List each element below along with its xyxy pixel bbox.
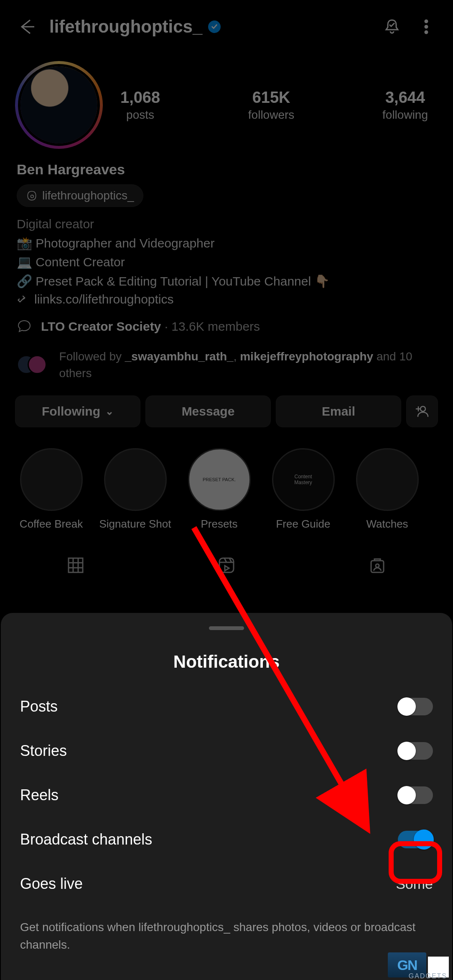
- notifications-sheet: Notifications Posts Stories Reels Broadc…: [1, 613, 452, 980]
- toggle-stories[interactable]: [398, 742, 433, 760]
- option-posts-label: Posts: [20, 698, 58, 715]
- option-reels[interactable]: Reels: [1, 773, 452, 817]
- option-reels-label: Reels: [20, 786, 59, 804]
- option-goes-live-label: Goes live: [20, 875, 83, 893]
- option-stories-label: Stories: [20, 742, 67, 760]
- option-broadcast-channels[interactable]: Broadcast channels: [1, 817, 452, 862]
- watermark-text: GADGETS: [409, 972, 447, 980]
- sheet-title: Notifications: [1, 652, 452, 672]
- toggle-posts[interactable]: [398, 698, 433, 715]
- option-goes-live[interactable]: Goes live Some: [1, 862, 452, 906]
- sheet-grabber[interactable]: [209, 626, 244, 630]
- sheet-hint: Get notifications when lifethroughoptics…: [1, 906, 452, 954]
- option-broadcast-label: Broadcast channels: [20, 831, 152, 848]
- annotation-highlight-box: [389, 841, 442, 884]
- toggle-reels[interactable]: [398, 786, 433, 804]
- option-stories[interactable]: Stories: [1, 729, 452, 773]
- option-posts[interactable]: Posts: [1, 684, 452, 729]
